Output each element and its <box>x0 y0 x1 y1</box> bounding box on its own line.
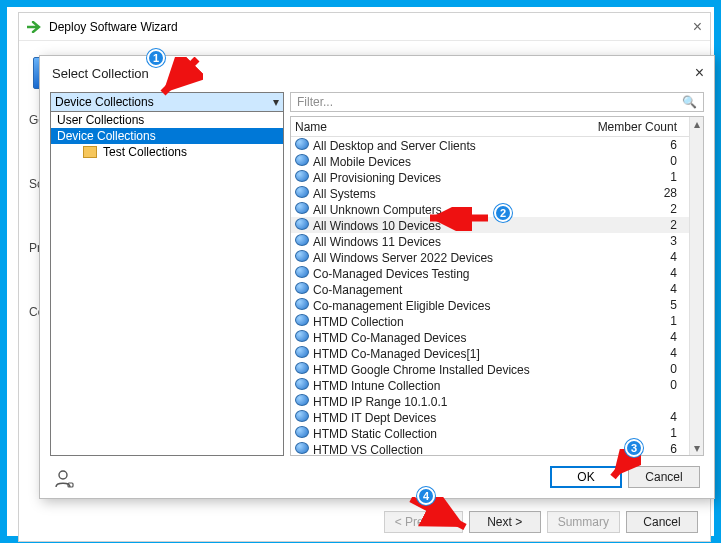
collection-icon <box>295 298 309 310</box>
item-name: HTMD Google Chrome Installed Devices <box>295 362 595 377</box>
item-name: HTMD VS Collection <box>295 442 595 456</box>
collection-icon <box>295 250 309 262</box>
list-item[interactable]: All Provisioning Devices1 <box>291 169 703 185</box>
collection-icon <box>295 346 309 358</box>
annotation-badge-4: 4 <box>417 487 435 505</box>
list-body[interactable]: All Desktop and Server Clients6All Mobil… <box>291 137 703 455</box>
tree-item-user-collections[interactable]: User Collections <box>51 112 283 128</box>
chevron-down-icon: ▾ <box>273 95 279 109</box>
item-name: Co-Management <box>295 282 595 297</box>
list-header: Name Member Count <box>291 117 703 137</box>
search-icon[interactable]: 🔍 <box>682 95 697 109</box>
folder-icon <box>83 146 97 158</box>
collection-tree[interactable]: User Collections Device Collections Test… <box>50 112 284 456</box>
item-name: All Windows Server 2022 Devices <box>295 250 595 265</box>
list-item[interactable]: All Mobile Devices0 <box>291 153 703 169</box>
item-count: 3 <box>595 234 685 248</box>
item-name: All Provisioning Devices <box>295 170 595 185</box>
summary-button: Summary <box>547 511 620 533</box>
list-item[interactable]: All Windows Server 2022 Devices4 <box>291 249 703 265</box>
annotation-badge-1: 1 <box>147 49 165 67</box>
collection-icon <box>295 154 309 166</box>
item-count: 4 <box>595 250 685 264</box>
list-item[interactable]: HTMD Google Chrome Installed Devices0 <box>291 361 703 377</box>
item-count: 4 <box>595 266 685 280</box>
scroll-down-icon[interactable]: ▾ <box>690 441 703 455</box>
collection-icon <box>295 138 309 150</box>
item-name: Co-Managed Devices Testing <box>295 266 595 281</box>
scrollbar[interactable]: ▴ ▾ <box>689 117 703 455</box>
item-name: All Mobile Devices <box>295 154 595 169</box>
annotation-badge-2: 2 <box>494 204 512 222</box>
annotation-arrow-2 <box>422 207 492 231</box>
item-count: 1 <box>595 426 685 440</box>
item-count: 4 <box>595 410 685 424</box>
collection-icon <box>295 442 309 454</box>
collection-icon <box>295 234 309 246</box>
column-member-count[interactable]: Member Count <box>595 120 685 134</box>
collection-icon <box>295 410 309 422</box>
column-name[interactable]: Name <box>295 120 595 134</box>
svg-point-0 <box>59 471 67 479</box>
collection-icon <box>295 330 309 342</box>
list-item[interactable]: All Systems28 <box>291 185 703 201</box>
tree-item-test-collections[interactable]: Test Collections <box>51 144 283 160</box>
tree-label: Device Collections <box>57 129 156 143</box>
wizard-titlebar: Deploy Software Wizard × <box>19 13 710 41</box>
next-button[interactable]: Next > <box>469 511 541 533</box>
list-item[interactable]: HTMD Intune Collection0 <box>291 377 703 393</box>
item-name: HTMD Intune Collection <box>295 378 595 393</box>
item-name: HTMD Collection <box>295 314 595 329</box>
item-name: HTMD IT Dept Devices <box>295 410 595 425</box>
item-count: 4 <box>595 282 685 296</box>
scroll-up-icon[interactable]: ▴ <box>690 117 703 131</box>
item-count: 0 <box>595 378 685 392</box>
collection-icon <box>295 202 309 214</box>
item-count: 28 <box>595 186 685 200</box>
annotation-arrow-1 <box>157 57 203 101</box>
list-item[interactable]: HTMD Co-Managed Devices[1]4 <box>291 345 703 361</box>
item-count: 0 <box>595 362 685 376</box>
list-item[interactable]: HTMD Co-Managed Devices4 <box>291 329 703 345</box>
item-count: 0 <box>595 154 685 168</box>
collection-icon <box>295 266 309 278</box>
list-item[interactable]: HTMD IP Range 10.1.0.1 <box>291 393 703 409</box>
list-item[interactable]: All Windows 11 Devices3 <box>291 233 703 249</box>
tree-label: Test Collections <box>103 145 187 159</box>
filter-placeholder: Filter... <box>297 95 333 109</box>
list-item[interactable]: Co-management Eligible Devices5 <box>291 297 703 313</box>
collection-icon <box>295 218 309 230</box>
tree-label: User Collections <box>57 113 144 127</box>
dialog-title: Select Collection <box>40 56 714 89</box>
filter-input[interactable]: Filter... 🔍 <box>290 92 704 112</box>
user-silhouette-icon <box>54 470 74 488</box>
wizard-button-bar: < Previous Next > Summary Cancel <box>19 511 710 533</box>
item-count: 4 <box>595 346 685 360</box>
list-item[interactable]: HTMD IT Dept Devices4 <box>291 409 703 425</box>
wizard-cancel-button[interactable]: Cancel <box>626 511 698 533</box>
item-count: 4 <box>595 330 685 344</box>
collection-icon <box>295 378 309 390</box>
item-count: 2 <box>595 202 685 216</box>
wizard-close-icon[interactable]: × <box>693 19 702 35</box>
item-count: 2 <box>595 218 685 232</box>
item-name: HTMD Static Collection <box>295 426 595 441</box>
collection-icon <box>295 186 309 198</box>
collection-icon <box>295 362 309 374</box>
item-count: 1 <box>595 314 685 328</box>
collection-icon <box>295 282 309 294</box>
list-item[interactable]: Co-Managed Devices Testing4 <box>291 265 703 281</box>
list-item[interactable]: HTMD Static Collection1 <box>291 425 703 441</box>
collection-icon <box>295 394 309 406</box>
dropdown-value: Device Collections <box>55 95 154 109</box>
wizard-title: Deploy Software Wizard <box>49 20 178 34</box>
list-item[interactable]: All Desktop and Server Clients6 <box>291 137 703 153</box>
annotation-badge-3: 3 <box>625 439 643 457</box>
dialog-close-icon[interactable]: × <box>695 64 704 82</box>
tree-item-device-collections[interactable]: Device Collections <box>51 128 283 144</box>
item-name: HTMD IP Range 10.1.0.1 <box>295 394 595 409</box>
collections-list: Name Member Count All Desktop and Server… <box>290 116 704 456</box>
item-name: HTMD Co-Managed Devices <box>295 330 595 345</box>
list-item[interactable]: Co-Management4 <box>291 281 703 297</box>
list-item[interactable]: HTMD Collection1 <box>291 313 703 329</box>
